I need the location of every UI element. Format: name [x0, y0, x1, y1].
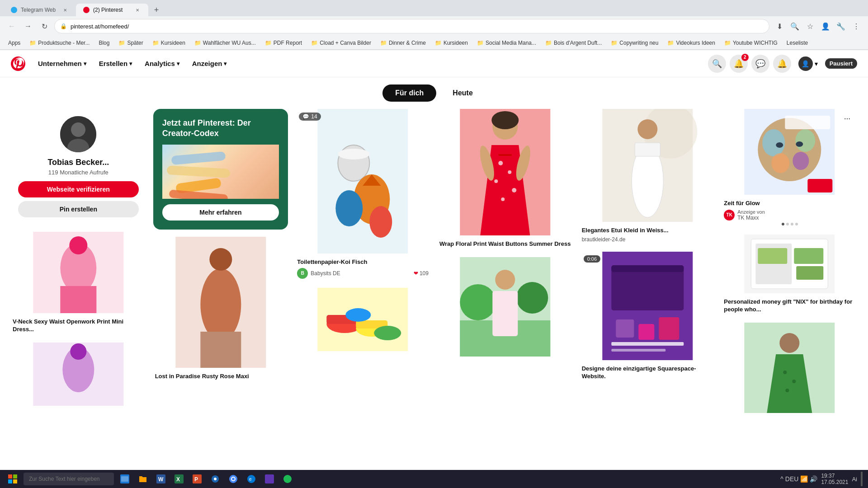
- column-2: Jetzt auf Pinterest: Der Creator-Codex M…: [153, 109, 288, 382]
- pin-card-fashion1[interactable]: V-Neck Sexy Waist Openwork Print Mini Dr…: [11, 232, 146, 335]
- bookmark-kursideen1[interactable]: 📁 Kursideen: [150, 39, 188, 47]
- more-options-button[interactable]: ⋯: [841, 113, 854, 125]
- tab-heute[interactable]: Heute: [440, 84, 485, 102]
- show-desktop-button[interactable]: [861, 472, 863, 486]
- taskbar-search-input[interactable]: [24, 473, 114, 485]
- mehr-erfahren-button[interactable]: Mehr erfahren: [162, 204, 279, 221]
- bookmark-kursideen2[interactable]: 📁 Kursideen: [432, 39, 471, 47]
- more-options-icon[interactable]: ⋮: [850, 20, 863, 33]
- taskbar-app-settings[interactable]: [208, 472, 222, 486]
- svg-rect-84: [8, 479, 12, 483]
- bookmark-leseliste[interactable]: Leseliste: [784, 39, 811, 47]
- svg-rect-74: [758, 248, 788, 264]
- taskbar-app-something[interactable]: [262, 472, 277, 486]
- pin-image-lost-paradise: [153, 237, 288, 368]
- svg-point-65: [793, 152, 809, 170]
- bookmark-pdf[interactable]: 📁 PDF Report: [262, 39, 305, 47]
- svg-point-77: [780, 333, 800, 353]
- pin-card-lost-paradise[interactable]: Lost in Paradise Rusty Rose Maxi: [153, 237, 288, 382]
- refresh-button[interactable]: ↻: [38, 20, 51, 33]
- profile-icon[interactable]: 👤: [819, 20, 832, 33]
- column-3: 💬 14: [295, 109, 430, 352]
- ai-label[interactable]: Ai: [852, 476, 857, 483]
- notifications-button[interactable]: 🔔 2: [730, 55, 748, 73]
- nav-erstellen[interactable]: Erstellen ▾: [94, 56, 137, 71]
- bookmark-canva[interactable]: 📁 Cload + Canva Bilder: [308, 39, 374, 47]
- pin-card-money-gift[interactable]: Personalized money gift "NIX" for birthd…: [722, 235, 857, 315]
- taskbar-app-powerpoint[interactable]: P: [190, 472, 204, 486]
- pin-meta-etui: brautkleider-24.de: [582, 236, 713, 243]
- bookmark-youtube[interactable]: 📁 Youtube WICHTIG: [722, 39, 780, 47]
- pin-card-etui[interactable]: Elegantes Etui Kleid in Weiss... brautkl…: [580, 109, 715, 244]
- messages-button[interactable]: 💬: [751, 55, 769, 73]
- browser-chrome: Telegram Web ✕ (2) Pinterest ✕ + ← → ↻ 🔒…: [0, 0, 868, 50]
- back-button[interactable]: ←: [5, 20, 18, 33]
- svg-point-80: [793, 380, 796, 383]
- svg-rect-101: [265, 474, 274, 483]
- address-bar[interactable]: 🔒 pinterest.at/homefeed/: [54, 19, 769, 33]
- svg-rect-69: [808, 179, 833, 192]
- bookmark-spaeter[interactable]: 📁 Später: [116, 39, 146, 47]
- nav-analytics[interactable]: Analytics ▾: [139, 56, 185, 71]
- pin-card-glow[interactable]: Zeit für Glow TK Anzeige von TK Maxx ⋯: [722, 109, 857, 227]
- download-icon[interactable]: ⬇: [773, 20, 786, 33]
- extension-icon[interactable]: 🔧: [835, 20, 847, 33]
- bookmark-produktsuche[interactable]: 📁 Produktsuche - Mer...: [27, 39, 92, 47]
- tab-fuer-dich[interactable]: Für dich: [382, 84, 436, 102]
- pinterest-favicon: [83, 7, 90, 13]
- dot-2: [786, 223, 789, 225]
- tab-telegram[interactable]: Telegram Web ✕: [4, 4, 76, 16]
- taskbar-app-spotify[interactable]: [280, 472, 295, 486]
- nav-unternehmen[interactable]: Unternehmen ▾: [33, 56, 92, 71]
- toolbar-icons: ⬇ 🔍 ☆ 👤 🔧 ⋮: [773, 20, 863, 33]
- taskbar-app-edge[interactable]: e: [244, 472, 259, 486]
- bookmark-bois[interactable]: 📁 Bois d'Argent Duft...: [542, 39, 604, 47]
- pin-card-fashion-small[interactable]: [11, 343, 146, 407]
- search-icon[interactable]: 🔍: [788, 20, 801, 33]
- svg-point-2: [71, 122, 85, 137]
- pinterest-logo[interactable]: [11, 56, 25, 71]
- bookmark-copywriting[interactable]: 📁 Copywriting neu: [608, 39, 661, 47]
- pin-card-squarespace[interactable]: 0:06 Designe: [580, 252, 715, 382]
- forward-button[interactable]: →: [22, 20, 34, 33]
- nav-anzeigen[interactable]: Anzeigen ▾: [187, 56, 232, 71]
- pin-card-bowls[interactable]: [295, 288, 430, 352]
- pin-card-koi[interactable]: 💬 14: [295, 109, 430, 281]
- taskbar-app-chrome[interactable]: [226, 472, 241, 486]
- pin-erstellen-button[interactable]: Pin erstellen: [18, 201, 139, 217]
- pin-card-wrap-dress[interactable]: Wrap Floral Print Waist Buttons Summer D…: [438, 109, 573, 250]
- profile-stats: 119 Monatliche Aufrufe: [18, 169, 139, 176]
- bookmark-wahlfaecher[interactable]: 📁 Wahlfächer WU Aus...: [192, 39, 259, 47]
- tab-pinterest[interactable]: (2) Pinterest ✕: [76, 4, 148, 16]
- svg-point-43: [460, 284, 496, 320]
- pin-title-fashion1: V-Neck Sexy Waist Openwork Print Mini Dr…: [13, 318, 144, 333]
- bookmark-blog[interactable]: Blog: [96, 39, 112, 47]
- svg-rect-75: [797, 266, 824, 280]
- start-button[interactable]: [5, 472, 20, 486]
- taskbar-app-files[interactable]: [136, 472, 150, 486]
- svg-rect-38: [498, 154, 512, 156]
- telegram-tab-close[interactable]: ✕: [61, 6, 69, 14]
- alerts-button[interactable]: 🔔: [773, 55, 791, 73]
- creator-codex-card[interactable]: Jetzt auf Pinterest: Der Creator-Codex M…: [153, 109, 288, 230]
- taskbar-app-word[interactable]: W: [154, 472, 168, 486]
- pin-card-white-dress[interactable]: [438, 257, 573, 358]
- svg-point-35: [494, 179, 498, 183]
- taskbar-app-excel[interactable]: X: [172, 472, 186, 486]
- taskbar-app-explorer[interactable]: [118, 472, 132, 486]
- profile-button[interactable]: 👤 ▾: [795, 55, 821, 73]
- svg-point-10: [70, 343, 86, 360]
- bookmark-apps[interactable]: Apps: [5, 39, 23, 47]
- bookmark-icon[interactable]: ☆: [804, 20, 816, 33]
- pin-title-glow: Zeit für Glow: [724, 200, 855, 207]
- new-tab-button[interactable]: +: [150, 4, 163, 16]
- folder-icon-8: 📁: [435, 40, 442, 46]
- bookmark-dinner[interactable]: 📁 Dinner & Crime: [377, 39, 429, 47]
- taskbar-left: W X P e: [5, 472, 295, 486]
- search-button[interactable]: 🔍: [708, 55, 726, 73]
- bookmark-socialmedia[interactable]: 📁 Social Media Mana...: [474, 39, 539, 47]
- bookmark-videokurs[interactable]: 📁 Videokurs Ideen: [665, 39, 718, 47]
- pinterest-tab-close[interactable]: ✕: [134, 6, 141, 14]
- website-verify-button[interactable]: Webseite verifizieren: [18, 181, 139, 197]
- pin-card-green-dress[interactable]: [722, 323, 857, 414]
